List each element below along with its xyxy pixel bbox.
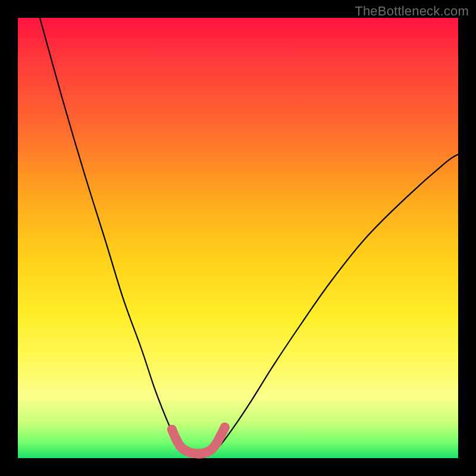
chart-frame: TheBottleneck.com [0,0,476,476]
bottom-marker-dot [220,422,230,432]
curves-svg [18,18,458,458]
bottom-marker-dot [167,425,177,434]
curve-left-curve [40,18,187,452]
curve-group [40,18,458,459]
watermark-text: TheBottleneck.com [355,4,469,19]
plot-area [18,18,458,458]
bottom-marker-dot [215,431,225,441]
curve-right-curve [212,154,458,452]
